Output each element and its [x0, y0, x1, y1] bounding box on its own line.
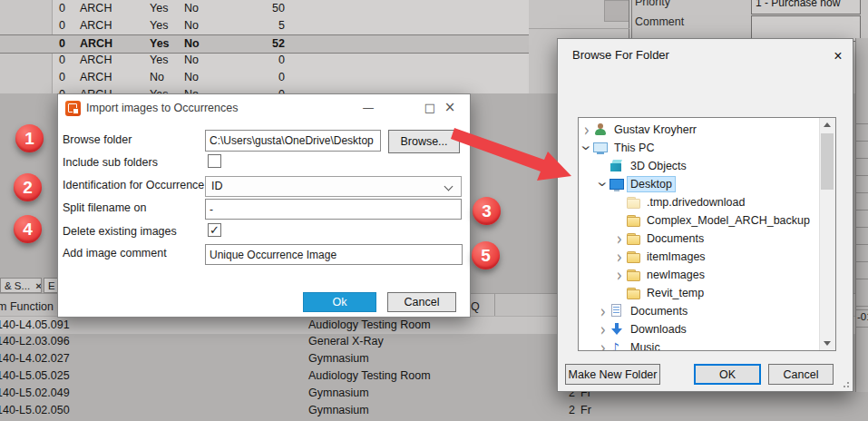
tree-item-label[interactable]: Revit_temp — [644, 286, 707, 300]
tree-item-gustav-kroyherr[interactable]: Gustav Kroyherr — [579, 121, 820, 139]
callout-badge-5: 5 — [472, 241, 500, 269]
badge-number: 2 — [23, 178, 33, 198]
scroll-up-icon[interactable] — [824, 122, 831, 127]
cell: ARCH — [80, 69, 112, 86]
tree-item-documents-desktop[interactable]: Documents — [579, 230, 820, 248]
priority-field[interactable]: 1 - Purchase now — [751, 0, 861, 15]
tree-item-this-pc[interactable]: This PC — [579, 139, 820, 157]
callout-badge-1: 1 — [15, 124, 44, 152]
tree-item-label[interactable]: This PC — [611, 141, 657, 155]
cell: 140-L4.05.091 — [0, 317, 70, 334]
chevron-right-icon[interactable] — [613, 248, 626, 266]
tab-active[interactable]: & S... × — [0, 278, 42, 293]
tree-item-revit-temp[interactable]: Revit_temp — [579, 284, 820, 302]
table-row[interactable]: 0 ARCH No No 0 — [0, 69, 529, 86]
tree-scrollbar[interactable] — [819, 118, 835, 350]
user-icon — [593, 122, 609, 137]
chevron-right-icon[interactable] — [597, 302, 610, 320]
tree-item-itemimages[interactable]: itemImages — [579, 248, 820, 266]
priority-value: 1 - Purchase now — [756, 0, 840, 9]
ok-button[interactable]: Ok — [303, 292, 376, 312]
callout-badge-3: 3 — [473, 197, 501, 225]
maximize-icon[interactable]: □ — [419, 97, 441, 117]
cell: Audiology Testing Room — [308, 367, 431, 385]
table-row[interactable]: 0 ARCH Yes No 0 — [0, 52, 529, 69]
identification-select[interactable]: ID — [205, 176, 462, 197]
table-row[interactable]: 0 ARCH Yes No 50 — [0, 0, 529, 17]
music-icon — [610, 340, 625, 351]
chevron-down-icon[interactable] — [597, 175, 610, 193]
tree-item-complex-model-arch-backup[interactable]: Complex_Model_ARCH_backup — [579, 211, 820, 230]
add-comment-label: Add image comment — [63, 247, 167, 259]
tree-item-label[interactable]: Downloads — [628, 322, 689, 337]
cell: ARCH — [80, 0, 112, 17]
scroll-thumb[interactable] — [821, 133, 834, 190]
close-icon[interactable]: × — [826, 45, 850, 67]
cube-icon — [610, 159, 625, 173]
split-filename-input[interactable] — [205, 199, 462, 220]
minimize-icon[interactable]: — — [357, 97, 379, 117]
room-row[interactable]: 140-L5.02.050 Gymnasium 2 Fr — [0, 402, 868, 419]
tree-item-label[interactable]: newImages — [644, 268, 707, 282]
resize-grip[interactable] — [847, 386, 849, 387]
tree-item-downloads[interactable]: Downloads — [579, 320, 820, 338]
cell: Gymnasium — [308, 350, 369, 367]
tree-item-label-selected[interactable]: Desktop — [628, 177, 675, 191]
computer-icon — [593, 141, 609, 155]
tree-item-label[interactable]: Complex_Model_ARCH_backup — [644, 213, 813, 228]
chevron-right-icon[interactable] — [613, 230, 626, 248]
include-subfolders-checkbox[interactable] — [208, 154, 221, 168]
tree-item-newimages[interactable]: newImages — [579, 266, 820, 284]
cell: Fr — [580, 402, 591, 419]
callout-badge-2: 2 — [14, 173, 42, 201]
delete-existing-label: Delete existing images — [63, 225, 177, 238]
tree-item-tmp-drivedownload[interactable]: .tmp.drivedownload — [579, 193, 820, 211]
cell: No — [150, 69, 164, 86]
tree-item-desktop[interactable]: Desktop — [579, 175, 820, 193]
table-row[interactable]: 0 ARCH Yes No 5 — [0, 17, 529, 34]
tree-item-label[interactable]: itemImages — [644, 250, 708, 264]
ok-label: Ok — [333, 296, 347, 308]
cancel-button[interactable]: Cancel — [387, 292, 456, 312]
chevron-right-icon[interactable] — [597, 320, 610, 338]
chevron-down-icon — [444, 182, 454, 191]
browse-button[interactable]: Browse... — [388, 130, 460, 153]
chevron-right-icon[interactable] — [597, 338, 610, 351]
cell: Gymnasium — [308, 402, 369, 419]
ok-button[interactable]: OK — [694, 364, 761, 385]
right-table-strip: -014 — [855, 38, 868, 392]
table-row-selected[interactable]: 0 ARCH Yes No 52 — [0, 34, 529, 54]
scroll-down-icon[interactable] — [824, 341, 831, 346]
chevron-right-icon[interactable] — [613, 266, 626, 284]
tree-item-label[interactable]: .tmp.drivedownload — [644, 195, 747, 210]
browse-folder-input[interactable] — [205, 130, 381, 152]
tab-partial[interactable]: E — [44, 278, 58, 293]
chevron-right-icon[interactable] — [580, 121, 593, 139]
chevron-down-icon[interactable] — [580, 139, 593, 157]
tree-item-label[interactable]: Music — [628, 340, 663, 351]
delete-existing-checkbox[interactable]: ✓ — [208, 223, 221, 237]
cell: 140-L5.02.049 — [0, 385, 70, 402]
tree-item-label[interactable]: 3D Objects — [628, 159, 689, 173]
column-header-function: m Function — [0, 300, 54, 313]
tree-item-label[interactable]: Documents — [628, 304, 690, 318]
close-icon[interactable]: × — [439, 97, 461, 117]
tree-item-music[interactable]: Music — [579, 338, 820, 351]
add-comment-input[interactable] — [205, 244, 463, 265]
tab-close-icon[interactable]: × — [35, 280, 42, 291]
make-new-folder-button[interactable]: Make New Folder — [565, 364, 660, 385]
selected-value: ID — [211, 180, 223, 192]
header-divider — [494, 294, 495, 317]
tree-item-documents[interactable]: Documents — [579, 302, 820, 320]
priority-label: Priority — [635, 0, 670, 8]
folder-icon — [626, 231, 641, 246]
tree-item-label[interactable]: Gustav Kroyherr — [611, 122, 699, 137]
cancel-button[interactable]: Cancel — [768, 364, 834, 385]
browse-for-folder-dialog: Browse For Folder × Gustav Kroyherr This… — [557, 38, 853, 392]
cell: Yes — [150, 35, 170, 53]
tree-item-label[interactable]: Documents — [644, 231, 707, 246]
tree-item-3d-objects[interactable]: 3D Objects — [579, 157, 820, 175]
cell: No — [184, 17, 199, 34]
folder-icon — [626, 286, 641, 300]
cell: 0 — [53, 69, 65, 86]
